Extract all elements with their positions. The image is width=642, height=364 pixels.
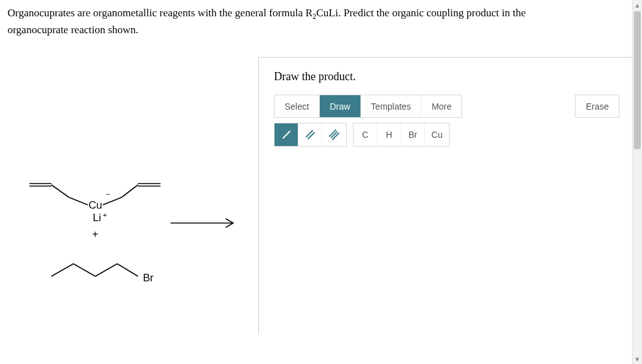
question-text: Organocuprates are organometallic reagen…	[8, 5, 634, 38]
scroll-up-icon[interactable]: ▲	[633, 0, 642, 10]
scroll-thumb[interactable]	[634, 11, 641, 149]
reaction-scheme: Cu − Li + + Br	[8, 57, 246, 335]
question-line1-post: CuLi. Predict the organic coupling produ…	[317, 7, 526, 19]
editor-tool-row: C H Br Cu	[274, 123, 619, 147]
element-br-button[interactable]: Br	[401, 123, 425, 146]
element-h-button[interactable]: H	[377, 123, 401, 146]
element-c-button[interactable]: C	[354, 123, 377, 146]
question-line2: organocuprate reaction shown.	[8, 24, 139, 36]
editor-tab-row: Select Draw Templates More Erase	[274, 95, 619, 118]
erase-button[interactable]: Erase	[575, 95, 619, 118]
plus-sign: +	[92, 228, 98, 240]
svg-line-5	[122, 185, 138, 197]
question-line1-pre: Organocuprates are organometallic reagen…	[8, 7, 313, 19]
li-label: Li	[93, 212, 101, 224]
vertical-scrollbar[interactable]: ▲ ▼	[632, 0, 642, 340]
cu-charge: −	[105, 190, 110, 199]
element-cu-button[interactable]: Cu	[425, 123, 449, 146]
drawing-canvas[interactable]	[274, 147, 619, 309]
triple-bond-button[interactable]	[322, 123, 346, 146]
li-charge: +	[103, 211, 107, 219]
svg-line-15	[308, 132, 315, 139]
double-bond-button[interactable]	[298, 123, 322, 146]
drawing-editor: Draw the product. Select Draw Templates …	[258, 57, 634, 335]
svg-line-13	[283, 131, 290, 138]
svg-line-2	[51, 185, 69, 197]
svg-line-11	[117, 264, 138, 276]
svg-line-14	[306, 130, 313, 137]
svg-line-10	[95, 264, 117, 276]
cu-label: Cu	[88, 199, 102, 211]
single-bond-button[interactable]	[275, 123, 298, 146]
tab-draw[interactable]: Draw	[320, 95, 361, 117]
svg-line-3	[69, 197, 88, 205]
tab-select[interactable]: Select	[275, 95, 320, 117]
reagents-drawing: Cu − Li + + Br	[8, 170, 171, 295]
reaction-arrow-icon	[171, 217, 239, 229]
svg-line-8	[51, 264, 73, 276]
br-label: Br	[143, 272, 154, 284]
tab-templates[interactable]: Templates	[361, 95, 422, 117]
tab-more[interactable]: More	[421, 95, 461, 117]
svg-line-17	[331, 132, 337, 138]
svg-line-9	[73, 264, 95, 276]
editor-title: Draw the product.	[274, 70, 619, 83]
